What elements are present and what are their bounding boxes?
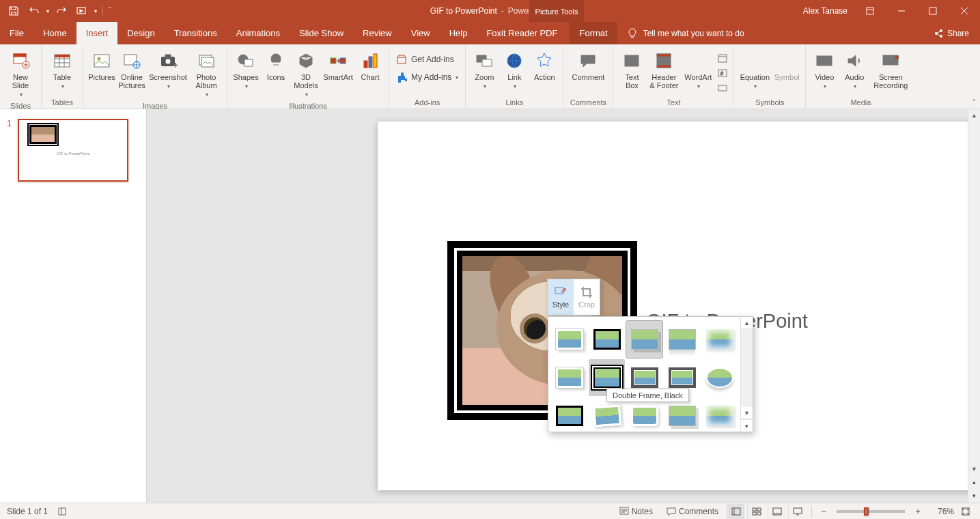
title-bar: ▾ ▾ ‾ GIF to PowerPoint - PowerPoint Pic… — [0, 0, 980, 22]
header-footer-button[interactable]: Header & Footer — [647, 48, 680, 91]
chart-button[interactable]: Chart — [356, 48, 384, 83]
gallery-scroll-down[interactable]: ▼ — [741, 407, 753, 419]
notes-button[interactable]: Notes — [614, 503, 658, 520]
scroll-down-button[interactable]: ▼ — [968, 463, 980, 475]
zoom-button[interactable]: Zoom — [470, 48, 499, 92]
new-slide-button[interactable]: New Slide — [4, 48, 37, 100]
fit-to-window-button[interactable] — [957, 504, 975, 519]
group-media: Video Audio Screen Recording Media — [806, 44, 915, 109]
zoom-out-button[interactable]: − — [817, 506, 830, 516]
tab-help[interactable]: Help — [440, 22, 477, 44]
svg-point-12 — [98, 57, 100, 60]
pictures-button[interactable]: Pictures — [87, 48, 116, 83]
tab-review[interactable]: Review — [353, 22, 402, 44]
style-simple-frame-white[interactable] — [551, 321, 587, 358]
wordart-button[interactable]: A WordArt — [682, 48, 714, 92]
close-icon[interactable] — [949, 0, 980, 22]
audio-button[interactable]: Audio — [840, 48, 869, 92]
scroll-track[interactable] — [968, 122, 980, 463]
style-rounded-white[interactable] — [626, 397, 662, 432]
date-time-button[interactable] — [716, 51, 729, 65]
qat-overflow-icon[interactable]: ‾ — [109, 8, 111, 15]
tell-me-search[interactable]: Tell me what you want to do — [617, 22, 754, 44]
table-button[interactable]: Table — [46, 48, 79, 92]
redo-icon[interactable] — [53, 3, 70, 19]
undo-icon[interactable] — [26, 3, 42, 19]
maximize-icon[interactable] — [917, 0, 949, 22]
tab-transitions[interactable]: Transitions — [165, 22, 227, 44]
store-icon — [396, 54, 407, 65]
object-button[interactable] — [716, 81, 729, 95]
3d-models-button[interactable]: 3D Models — [292, 48, 320, 100]
mini-crop-button[interactable]: Crop — [574, 279, 600, 315]
photo-album-button[interactable]: Photo Album — [190, 48, 223, 100]
equation-button[interactable]: π Equation — [738, 48, 771, 92]
smartart-button[interactable]: SmartArt — [322, 48, 354, 83]
tab-foxit[interactable]: Foxit Reader PDF — [477, 22, 567, 44]
style-relaxed-perspective[interactable] — [701, 397, 738, 432]
prev-slide-button[interactable]: ▴ — [968, 475, 980, 489]
tab-animations[interactable]: Animations — [227, 22, 290, 44]
normal-view-button[interactable] — [727, 504, 744, 519]
style-rotated-white[interactable] — [589, 397, 625, 432]
minimize-icon[interactable] — [886, 0, 917, 22]
gallery-scroll-up[interactable]: ▲ — [741, 317, 753, 329]
slide-sorter-view-button[interactable] — [747, 504, 765, 519]
tab-format[interactable]: Format — [570, 22, 617, 44]
ribbon-display-options-icon[interactable] — [854, 0, 886, 22]
shapes-button[interactable]: Shapes — [232, 48, 260, 92]
style-beveled-oval[interactable] — [701, 359, 738, 396]
tab-file[interactable]: File — [0, 22, 33, 44]
save-icon[interactable] — [5, 3, 22, 19]
gallery-more-button[interactable]: ▾ — [741, 419, 753, 432]
symbol-button[interactable]: Ω Symbol — [772, 48, 801, 83]
zoom-slider[interactable] — [837, 510, 905, 513]
tab-view[interactable]: View — [402, 22, 440, 44]
style-moderate-frame-black[interactable] — [551, 397, 587, 432]
screenshot-button[interactable]: + Screenshot — [148, 48, 188, 92]
reading-view-button[interactable] — [768, 504, 785, 519]
gallery-scroll-track[interactable] — [741, 329, 753, 407]
start-from-beginning-icon[interactable] — [74, 3, 90, 19]
spellcheck-icon[interactable] — [57, 506, 68, 517]
tab-insert[interactable]: Insert — [76, 22, 118, 44]
tab-slide-show[interactable]: Slide Show — [290, 22, 353, 44]
slide-thumbnail-1[interactable]: GIF to PowerPoint — [18, 119, 128, 182]
mini-style-button[interactable]: Style — [548, 279, 574, 315]
slide-number-button[interactable]: # — [716, 66, 729, 80]
link-button[interactable]: Link — [500, 48, 529, 92]
group-symbols: π Equation Ω Symbol Symbols — [734, 44, 806, 109]
style-compound-frame[interactable] — [551, 359, 587, 396]
tab-home[interactable]: Home — [33, 22, 76, 44]
video-button[interactable]: Video — [810, 48, 839, 92]
svg-point-16 — [165, 59, 171, 64]
tab-design[interactable]: Design — [117, 22, 164, 44]
icons-button[interactable]: Icons — [262, 48, 290, 83]
scroll-up-button[interactable]: ▲ — [968, 109, 980, 122]
text-box-button[interactable]: A Text Box — [617, 48, 646, 91]
style-perspective-shadow[interactable] — [664, 397, 700, 432]
action-button[interactable]: Action — [530, 48, 559, 83]
get-addins-button[interactable]: Get Add-ins — [393, 53, 461, 66]
slideshow-view-button[interactable] — [788, 504, 806, 519]
style-reflected-rect[interactable] — [664, 321, 700, 358]
undo-more-icon[interactable]: ▾ — [46, 8, 49, 14]
comments-button[interactable]: Comments — [661, 503, 724, 520]
my-addins-button[interactable]: My Add-ins ▾ — [393, 70, 461, 84]
qat-customize-icon[interactable]: ▾ — [94, 8, 97, 14]
user-name[interactable]: Alex Tanase — [796, 6, 854, 16]
next-slide-button[interactable]: ▾ — [968, 489, 980, 503]
zoom-level[interactable]: 76% — [927, 507, 954, 516]
style-soft-edge-rect[interactable] — [701, 321, 738, 358]
share-button[interactable]: Share — [923, 22, 980, 44]
style-drop-shadow-rect[interactable] — [626, 321, 662, 358]
svg-rect-26 — [369, 57, 372, 68]
slide-counter: Slide 1 of 1 — [7, 507, 48, 516]
group-illustrations: Shapes Icons 3D Models SmartArt Chart Il… — [227, 44, 389, 109]
screen-recording-button[interactable]: Screen Recording — [870, 48, 911, 91]
online-pictures-button[interactable]: Online Pictures — [117, 48, 146, 91]
comment-button[interactable]: Comment — [568, 48, 608, 83]
zoom-in-button[interactable]: + — [912, 506, 924, 516]
collapse-ribbon-icon[interactable]: ˄ — [972, 98, 976, 106]
style-simple-frame-black[interactable] — [589, 321, 625, 358]
